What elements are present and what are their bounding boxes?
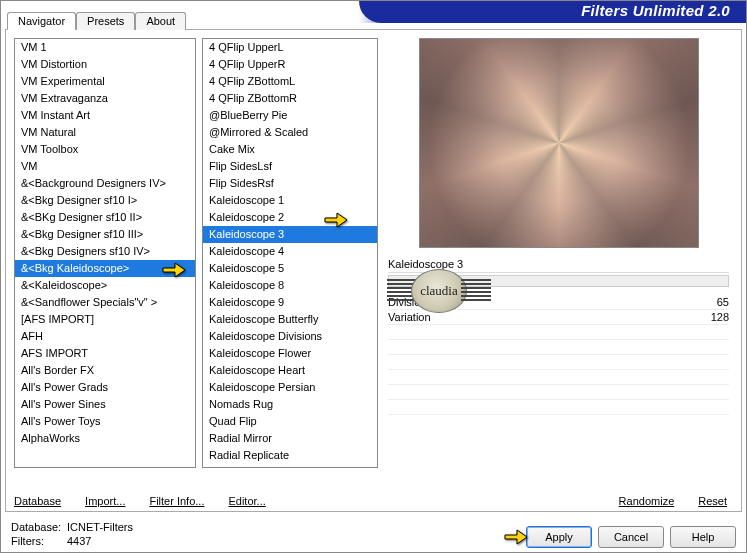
category-item[interactable]: VM Distortion (15, 56, 195, 73)
randomize-link[interactable]: Randomize (619, 495, 675, 507)
tab-about[interactable]: About (135, 12, 186, 30)
tab-presets[interactable]: Presets (76, 12, 135, 30)
tabs: Navigator Presets About (7, 12, 186, 30)
filter-item[interactable]: @Mirrored & Scaled (203, 124, 377, 141)
filter-info-link[interactable]: Filter Info... (149, 495, 204, 507)
filter-item[interactable]: Kaleidoscope Divisions (203, 328, 377, 345)
filter-item[interactable]: Kaleidoscope 9 (203, 294, 377, 311)
filter-item[interactable]: 4 QFlip ZBottomL (203, 73, 377, 90)
category-item[interactable]: AlphaWorks (15, 430, 195, 447)
filter-item[interactable]: Nomads Rug (203, 396, 377, 413)
filter-name-slider[interactable] (388, 275, 729, 287)
category-item[interactable]: &<BKg Designer sf10 II> (15, 209, 195, 226)
app-title: Filters Unlimited 2.0 (581, 2, 730, 19)
category-item[interactable]: &<Background Designers IV> (15, 175, 195, 192)
filter-item[interactable]: @BlueBerry Pie (203, 107, 377, 124)
category-item[interactable]: &<Bkg Kaleidoscope> (15, 260, 195, 277)
reset-link[interactable]: Reset (698, 495, 727, 507)
preview-image (419, 38, 699, 248)
apply-button[interactable]: Apply (526, 526, 592, 548)
category-item[interactable]: AFH (15, 328, 195, 345)
filter-item[interactable]: Radial Mirror (203, 430, 377, 447)
category-item[interactable]: All's Power Sines (15, 396, 195, 413)
category-item[interactable]: VM Natural (15, 124, 195, 141)
category-item[interactable]: VM 1 (15, 39, 195, 56)
filter-item[interactable]: Kaleidoscope Butterfly (203, 311, 377, 328)
filter-item[interactable]: Kaleidoscope 8 (203, 277, 377, 294)
param-value: 128 (689, 311, 729, 323)
filter-item[interactable]: Cake Mix (203, 141, 377, 158)
category-item[interactable]: &<Bkg Designer sf10 III> (15, 226, 195, 243)
category-item[interactable]: VM Toolbox (15, 141, 195, 158)
filter-item[interactable]: Kaleidoscope 3 (203, 226, 377, 243)
footer-info: Database:ICNET-Filters Filters:4437 (11, 520, 133, 548)
category-item[interactable]: &<Bkg Designers sf10 IV> (15, 243, 195, 260)
filter-item[interactable]: 4 QFlip UpperR (203, 56, 377, 73)
category-item[interactable]: &<Bkg Designer sf10 I> (15, 192, 195, 209)
editor-link[interactable]: Editor... (228, 495, 265, 507)
category-item[interactable]: &<Kaleidoscope> (15, 277, 195, 294)
category-item[interactable]: All's Border FX (15, 362, 195, 379)
import-link[interactable]: Import... (85, 495, 125, 507)
footer: Database:ICNET-Filters Filters:4437 Appl… (11, 520, 736, 548)
category-list[interactable]: VM 1VM DistortionVM ExperimentalVM Extra… (14, 38, 196, 468)
category-item[interactable]: VM (15, 158, 195, 175)
database-link[interactable]: Database (14, 495, 61, 507)
filter-item[interactable]: 4 QFlip UpperL (203, 39, 377, 56)
param-label: Divisions (388, 296, 468, 308)
filter-list[interactable]: 4 QFlip UpperL4 QFlip UpperR4 QFlip ZBot… (202, 38, 378, 468)
category-item[interactable]: VM Experimental (15, 73, 195, 90)
filter-item[interactable]: Kaleidoscope 1 (203, 192, 377, 209)
panel-bottom-bar: Database Import... Filter Info... Editor… (14, 495, 733, 507)
category-item[interactable]: All's Power Toys (15, 413, 195, 430)
filter-item[interactable]: Kaleidoscope 2 (203, 209, 377, 226)
filter-item[interactable]: Quad Flip (203, 413, 377, 430)
filter-item[interactable]: Flip SidesLsf (203, 158, 377, 175)
param-value: 65 (689, 296, 729, 308)
category-item[interactable]: VM Instant Art (15, 107, 195, 124)
cancel-button[interactable]: Cancel (598, 526, 664, 548)
filter-item[interactable]: Kaleidoscope Heart (203, 362, 377, 379)
preview-pane: Kaleidoscope 3 Divisions65Variation128 (384, 38, 733, 483)
filter-item[interactable]: 4 QFlip ZBottomR (203, 90, 377, 107)
navigator-panel: VM 1VM DistortionVM ExperimentalVM Extra… (5, 29, 742, 512)
category-item[interactable]: [AFS IMPORT] (15, 311, 195, 328)
category-item[interactable]: &<Sandflower Specials"v" > (15, 294, 195, 311)
filter-item[interactable]: Kaleidoscope 5 (203, 260, 377, 277)
filter-name-label: Kaleidoscope 3 (388, 258, 463, 270)
param-row[interactable]: Divisions65 (388, 295, 729, 310)
filter-item[interactable]: Kaleidoscope Persian (203, 379, 377, 396)
tab-navigator[interactable]: Navigator (7, 12, 76, 30)
filter-item[interactable]: Kaleidoscope 4 (203, 243, 377, 260)
param-row[interactable]: Variation128 (388, 310, 729, 325)
filter-item[interactable]: Flip SidesRsf (203, 175, 377, 192)
help-button[interactable]: Help (670, 526, 736, 548)
category-item[interactable]: AFS IMPORT (15, 345, 195, 362)
filter-item[interactable]: Radial Replicate (203, 447, 377, 464)
filter-item[interactable]: Kaleidoscope Flower (203, 345, 377, 362)
param-label: Variation (388, 311, 468, 323)
category-item[interactable]: VM Extravaganza (15, 90, 195, 107)
category-item[interactable]: All's Power Grads (15, 379, 195, 396)
